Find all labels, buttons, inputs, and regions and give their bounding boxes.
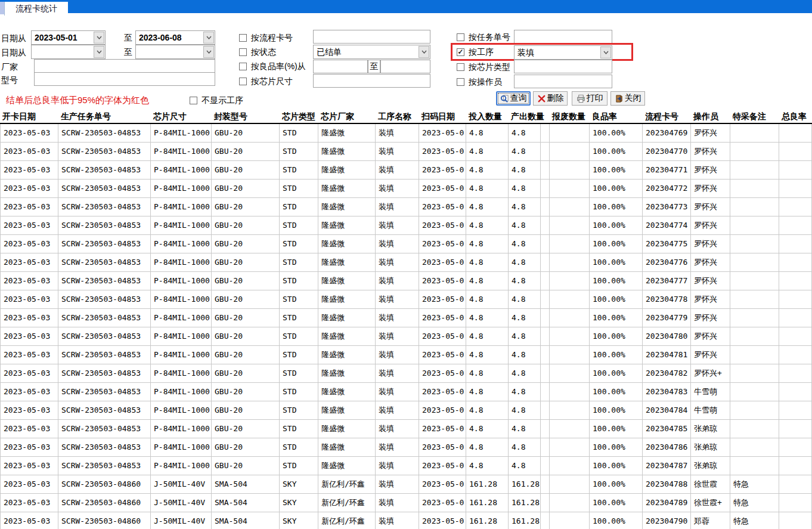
table-row[interactable]: 2023-05-03SCRW-230503-04853P-84MIL-1000G… [0, 272, 812, 290]
chevron-down-icon[interactable] [203, 32, 214, 44]
table-row[interactable]: 2023-05-03SCRW-230503-04853P-84MIL-1000G… [0, 383, 812, 401]
cell [730, 198, 779, 216]
table-row[interactable]: 2023-05-03SCRW-230503-04860J-50MIL-40VSM… [0, 475, 812, 494]
cell: 161.28 [466, 494, 509, 512]
operator-input[interactable] [514, 75, 612, 88]
model-input[interactable] [34, 72, 215, 86]
by-chip-size-checkbox[interactable] [239, 78, 247, 85]
by-process-checkbox[interactable] [457, 48, 464, 56]
table-row[interactable]: 2023-05-03SCRW-230503-04853P-84MIL-1000G… [0, 235, 812, 253]
table-row[interactable]: 2023-05-03SCRW-230503-04853P-84MIL-1000G… [0, 180, 812, 198]
column-header[interactable]: 芯片尺寸 [151, 110, 212, 123]
by-status-checkbox[interactable] [239, 48, 247, 56]
table-row[interactable]: 2023-05-03SCRW-230503-04860J-50MIL-40VSM… [0, 494, 812, 512]
yield-to-input[interactable] [380, 60, 430, 73]
cell: 徐世霞 [691, 475, 730, 493]
query-button[interactable]: 查询 [496, 91, 531, 106]
chevron-down-icon[interactable] [94, 32, 104, 44]
cell: 罗怀兴+ [691, 364, 730, 382]
by-card-no-checkbox[interactable] [239, 34, 247, 42]
chevron-down-icon[interactable] [600, 47, 611, 58]
print-button[interactable]: 打印 [572, 91, 608, 106]
tab-process-card-stats[interactable]: 流程卡统计 [4, 2, 68, 16]
table-row[interactable]: 2023-05-03SCRW-230503-04853P-84MIL-1000G… [0, 216, 812, 235]
cell [779, 309, 812, 327]
by-operator-checkbox[interactable] [457, 78, 464, 86]
chevron-down-icon[interactable] [419, 46, 429, 58]
factory-input[interactable] [34, 59, 215, 73]
close-button[interactable]: 关闭 [610, 91, 645, 106]
table-row[interactable]: 2023-05-03SCRW-230503-04853P-84MIL-1000G… [0, 253, 812, 272]
date-to-combo[interactable]: 2023-06-08 [135, 30, 215, 45]
chevron-down-icon[interactable] [203, 46, 214, 58]
chevron-down-icon[interactable] [94, 46, 104, 58]
table-row[interactable]: 2023-05-03SCRW-230503-04860J-50MIL-40VSM… [0, 512, 812, 529]
table-row[interactable]: 2023-05-03SCRW-230503-04853P-84MIL-1000G… [0, 124, 812, 143]
delete-button[interactable]: 删除 [533, 91, 568, 106]
column-header[interactable]: 扫码日期 [419, 110, 466, 123]
cell [779, 290, 812, 308]
yield-from-input[interactable] [313, 60, 368, 73]
chip-size-input[interactable] [313, 74, 430, 88]
table-row[interactable]: 2023-05-03SCRW-230503-04853P-84MIL-1000G… [0, 401, 812, 420]
table-row[interactable]: 2023-05-03SCRW-230503-04853P-84MIL-1000G… [0, 438, 812, 457]
column-header[interactable]: 特采备注 [730, 110, 779, 123]
cell: 2023-05-03 [0, 253, 58, 271]
column-header[interactable]: 报废数量 [550, 110, 590, 123]
by-task-no-checkbox[interactable] [457, 33, 464, 41]
column-header[interactable]: 开卡日期 [0, 110, 58, 123]
column-header[interactable]: 工序名称 [376, 110, 419, 123]
cell: 隆盛微 [318, 346, 376, 364]
process-combo[interactable]: 装填 [514, 45, 612, 60]
cell: STD [280, 401, 318, 419]
cell: 张弟琼 [691, 438, 730, 456]
cell [779, 346, 812, 364]
column-header[interactable]: 封装型号 [212, 110, 280, 123]
by-yield-checkbox[interactable] [239, 63, 247, 70]
cell: SCRW-230503-04853 [58, 161, 151, 179]
table-row[interactable]: 2023-05-03SCRW-230503-04853P-84MIL-1000G… [0, 346, 812, 364]
column-header[interactable]: 流程卡号 [643, 110, 691, 123]
cell: 100.00% [590, 346, 643, 364]
date-to2-combo[interactable] [135, 45, 215, 59]
cell: 161.28 [509, 512, 541, 529]
by-card-no-label: 按流程卡号 [251, 33, 293, 44]
column-header[interactable]: 良品率 [590, 110, 643, 123]
status-combo[interactable]: 已结单 [313, 45, 430, 59]
cell: STD [280, 327, 318, 345]
cell: 202304777 [643, 272, 691, 290]
cell: 202304786 [643, 438, 691, 456]
cell: 100.00% [590, 180, 643, 197]
table-row[interactable]: 2023-05-03SCRW-230503-04853P-84MIL-1000G… [0, 198, 812, 216]
cell [730, 143, 779, 160]
date-from-combo[interactable]: 2023-05-01 [31, 30, 106, 45]
column-header[interactable]: 芯片类型 [280, 110, 318, 123]
column-header[interactable]: 投入数量 [466, 110, 509, 123]
by-chip-type-checkbox[interactable] [457, 63, 464, 71]
cell: 4.8 [509, 198, 541, 216]
cell: SCRW-230503-04853 [58, 309, 151, 327]
column-header[interactable]: 生产任务单号 [58, 110, 151, 123]
table-row[interactable]: 2023-05-03SCRW-230503-04853P-84MIL-1000G… [0, 364, 812, 383]
chip-type-input[interactable] [514, 60, 612, 73]
column-header[interactable]: 产出数量 [509, 110, 541, 123]
table-row[interactable]: 2023-05-03SCRW-230503-04853P-84MIL-1000G… [0, 420, 812, 438]
column-header[interactable]: 总良率 [779, 110, 812, 123]
task-no-input[interactable] [514, 30, 612, 44]
table-row[interactable]: 2023-05-03SCRW-230503-04853P-84MIL-1000G… [0, 143, 812, 161]
cell: 161.28 [466, 475, 509, 493]
table-row[interactable]: 2023-05-03SCRW-230503-04853P-84MIL-1000G… [0, 327, 812, 346]
column-header[interactable]: 芯片厂家 [318, 110, 376, 123]
table-row[interactable]: 2023-05-03SCRW-230503-04853P-84MIL-1000G… [0, 309, 812, 327]
cell [541, 272, 550, 290]
hide-process-checkbox[interactable] [190, 97, 197, 104]
cell: SCRW-230503-04860 [58, 512, 151, 529]
table-row[interactable]: 2023-05-03SCRW-230503-04853P-84MIL-1000G… [0, 457, 812, 475]
cell: 100.00% [590, 272, 643, 290]
card-no-input[interactable] [313, 30, 430, 44]
table-row[interactable]: 2023-05-03SCRW-230503-04853P-84MIL-1000G… [0, 161, 812, 180]
cell: 装填 [376, 401, 419, 419]
date-from2-combo[interactable] [31, 45, 106, 59]
table-row[interactable]: 2023-05-03SCRW-230503-04853P-84MIL-1000G… [0, 290, 812, 309]
column-header[interactable]: 操作员 [691, 110, 730, 123]
